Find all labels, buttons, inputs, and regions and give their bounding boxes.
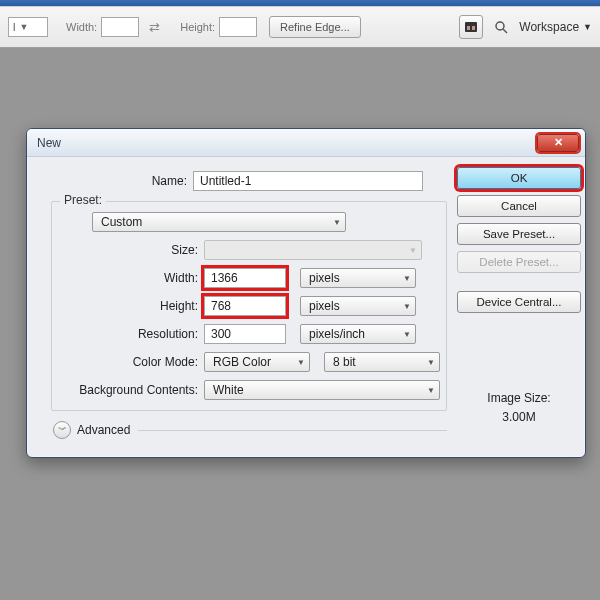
width-input[interactable]: 1366 <box>204 268 286 288</box>
new-dialog: New ✕ Name: Untitled-1 Preset: Custom Si… <box>26 128 586 458</box>
color-mode-select[interactable]: RGB Color <box>204 352 310 372</box>
refine-edge-button[interactable]: Refine Edge... <box>269 16 361 38</box>
delete-preset-button: Delete Preset... <box>457 251 581 273</box>
height-label: Height: <box>52 299 204 313</box>
options-height-label: Height: <box>180 21 215 33</box>
ok-button[interactable]: OK <box>457 167 581 189</box>
size-select <box>204 240 422 260</box>
resolution-unit-select[interactable]: pixels/inch <box>300 324 416 344</box>
save-preset-button[interactable]: Save Preset... <box>457 223 581 245</box>
preset-group: Preset: Custom Size: Width: 1366 pixels … <box>51 201 447 411</box>
svg-rect-0 <box>465 22 477 32</box>
width-label: Width: <box>52 271 204 285</box>
search-icon <box>494 20 508 34</box>
tool-options-label: l <box>13 21 15 33</box>
height-input[interactable]: 768 <box>204 296 286 316</box>
options-width-input[interactable] <box>101 17 139 37</box>
color-mode-label: Color Mode: <box>52 355 204 369</box>
width-unit-select[interactable]: pixels <box>300 268 416 288</box>
svg-rect-2 <box>472 26 475 30</box>
name-label: Name: <box>41 174 193 188</box>
chevron-down-icon: ▼ <box>19 22 28 32</box>
resolution-label: Resolution: <box>52 327 204 341</box>
divider <box>138 430 447 431</box>
workspace-menu[interactable]: Workspace ▼ <box>519 20 592 34</box>
advanced-toggle[interactable]: ︾ Advanced <box>53 421 447 439</box>
bridge-icon-button[interactable] <box>459 15 483 39</box>
options-height-input[interactable] <box>219 17 257 37</box>
preset-legend: Preset: <box>60 193 106 207</box>
swap-dimensions-icon[interactable]: ⇄ <box>149 20 160 35</box>
cancel-button[interactable]: Cancel <box>457 195 581 217</box>
svg-point-3 <box>496 22 504 30</box>
device-central-button[interactable]: Device Central... <box>457 291 581 313</box>
bg-contents-label: Background Contents: <box>52 383 204 397</box>
dialog-title: New <box>37 136 537 150</box>
bg-contents-select[interactable]: White <box>204 380 440 400</box>
color-depth-select[interactable]: 8 bit <box>324 352 440 372</box>
options-toolbar: l ▼ Width: ⇄ Height: Refine Edge... Work… <box>0 6 600 48</box>
dialog-titlebar[interactable]: New ✕ <box>27 129 585 157</box>
chevron-down-icon: ▼ <box>583 22 592 32</box>
close-icon: ✕ <box>554 136 563 149</box>
chevron-down-icon: ︾ <box>53 421 71 439</box>
search-icon-button[interactable] <box>491 17 511 37</box>
options-width-label: Width: <box>66 21 97 33</box>
resolution-input[interactable]: 300 <box>204 324 286 344</box>
preset-select[interactable]: Custom <box>92 212 346 232</box>
close-button[interactable]: ✕ <box>537 134 579 152</box>
height-unit-select[interactable]: pixels <box>300 296 416 316</box>
svg-rect-1 <box>467 26 470 30</box>
image-size-display: Image Size: 3.00M <box>457 389 581 427</box>
svg-line-4 <box>503 29 507 33</box>
size-label: Size: <box>52 243 204 257</box>
tool-options-dropdown[interactable]: l ▼ <box>8 17 48 37</box>
name-input[interactable]: Untitled-1 <box>193 171 423 191</box>
bridge-icon <box>464 20 478 34</box>
